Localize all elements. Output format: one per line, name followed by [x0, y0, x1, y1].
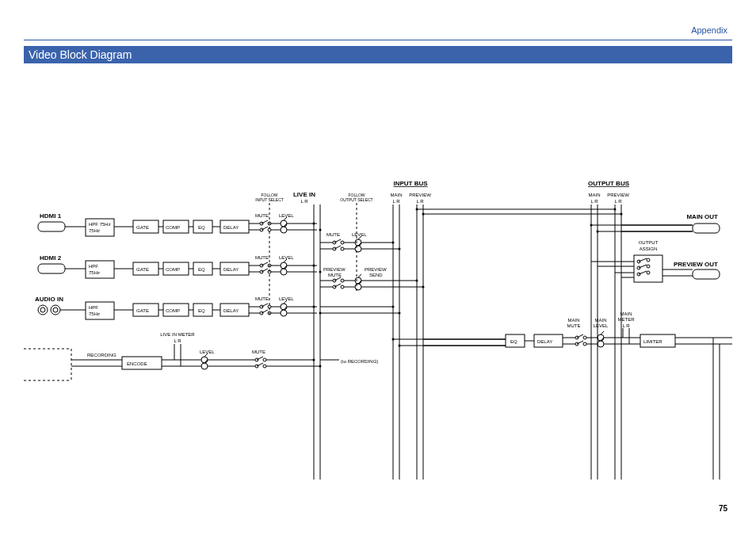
svg-point-59: [281, 262, 287, 269]
label-livein: LIVE IN: [293, 191, 315, 198]
svg-line-221: [601, 331, 604, 334]
appendix-label: Appendix: [691, 25, 727, 35]
main-eq: EQ: [510, 339, 517, 344]
svg-text:GATE: GATE: [136, 308, 149, 313]
svg-point-220: [598, 334, 604, 341]
svg-point-164: [422, 286, 425, 289]
delay-1: DELAY: [223, 225, 239, 230]
comp-1: COMP: [166, 225, 180, 230]
svg-point-179: [201, 357, 208, 363]
svg-text:ASSIGN: ASSIGN: [640, 246, 658, 251]
svg-point-162: [399, 248, 401, 250]
channel-hdmi2: HPF75Hz GATE COMP EQ DELAY MUTE LEVEL: [65, 255, 317, 278]
svg-point-246: [614, 208, 617, 211]
svg-point-107: [319, 271, 322, 273]
svg-point-115: [341, 241, 344, 244]
svg-text:PREVIEW: PREVIEW: [365, 267, 387, 272]
svg-point-165: [392, 306, 395, 308]
gate-1: GATE: [136, 225, 149, 230]
svg-point-1: [40, 308, 45, 312]
label-inputbus: INPUT BUS: [393, 180, 428, 187]
svg-text:MUTE: MUTE: [255, 255, 269, 260]
recording-row: RECORDING ENCODE LIVE IN METER L R LEVEL…: [24, 332, 378, 380]
svg-point-104: [313, 223, 315, 225]
svg-text:75Hz: 75Hz: [89, 228, 100, 233]
svg-point-118: [341, 247, 344, 250]
livebus-mute-level: MUTE LEVEL PREVIEWMUTE PREVIEWSEND: [320, 232, 423, 313]
svg-text:PREVIEW: PREVIEW: [323, 267, 346, 272]
svg-text:MUTE: MUTE: [326, 232, 340, 237]
diagram-svg: HDMI 1 HDMI 2 AUDIO IN HPF 75Hz 75Hz: [24, 79, 732, 480]
svg-text:L   R: L R: [614, 199, 622, 204]
svg-text:HPF: HPF: [89, 305, 98, 310]
svg-point-247: [620, 213, 623, 216]
port-hdmi1: [38, 222, 65, 231]
svg-text:OUTPUT SELECT: OUTPUT SELECT: [340, 197, 372, 202]
svg-text:INPUT SELECT: INPUT SELECT: [255, 197, 284, 202]
svg-point-222: [598, 341, 604, 347]
main-chain: EQ DELAY MAINMUTE MAINLEVEL MAIN METER L…: [392, 311, 733, 347]
page-number: 75: [719, 504, 727, 513]
svg-point-244: [416, 208, 418, 211]
svg-point-181: [201, 363, 208, 369]
limiter-block: LIMITER: [643, 339, 662, 344]
svg-text:DELAY: DELAY: [223, 267, 239, 272]
svg-point-188: [263, 358, 266, 361]
svg-text:EQ: EQ: [198, 267, 205, 272]
svg-text:MAIN: MAIN: [595, 318, 607, 323]
svg-text:MUTE: MUTE: [252, 350, 265, 354]
svg-text:L   R: L R: [416, 199, 424, 204]
svg-text:LEVEL: LEVEL: [352, 232, 367, 237]
svg-point-124: [355, 246, 361, 252]
label-liveinmeter: LIVE IN METER: [160, 332, 195, 337]
main-delay: DELAY: [537, 339, 552, 344]
svg-text:COMP: COMP: [166, 308, 180, 313]
svg-text:L   R: L R: [590, 199, 598, 204]
svg-point-264: [647, 271, 650, 274]
svg-point-166: [399, 312, 401, 315]
svg-line-143: [358, 274, 361, 277]
channel-audioin: HPF75Hz GATE COMP EQ DELAY MUTE LEVEL: [60, 296, 317, 319]
label-mainout: MAIN OUT: [686, 213, 718, 220]
svg-point-25: [281, 220, 287, 227]
port-previewout: [693, 269, 720, 279]
svg-point-191: [263, 365, 266, 368]
svg-point-95: [281, 310, 287, 316]
svg-text:DELAY: DELAY: [223, 308, 239, 313]
svg-text:PREVIEW: PREVIEW: [607, 193, 629, 197]
port-mainout: [693, 224, 720, 233]
svg-point-194: [313, 359, 315, 361]
svg-point-258: [647, 258, 650, 262]
svg-point-137: [341, 285, 344, 289]
svg-point-195: [319, 365, 322, 368]
svg-text:SEND: SEND: [369, 273, 383, 277]
svg-point-105: [319, 229, 322, 231]
title-bar: Video Block Diagram: [24, 46, 732, 63]
svg-text:MUTE: MUTE: [328, 273, 342, 277]
output-section: MAIN OUT OUTPUT ASSIGN PREVIEW OUT: [590, 213, 720, 282]
svg-text:MAIN: MAIN: [589, 193, 601, 197]
svg-text:L  R: L R: [622, 323, 630, 328]
label-torecording: (to RECORDING): [341, 359, 378, 364]
svg-text:75Hz: 75Hz: [89, 270, 100, 275]
svg-text:L  R: L R: [174, 338, 181, 343]
svg-text:METER: METER: [618, 317, 636, 322]
svg-point-212: [583, 336, 586, 339]
label-recording: RECORDING: [87, 353, 116, 357]
svg-point-122: [355, 239, 361, 246]
svg-point-163: [416, 280, 418, 282]
svg-text:MUTE: MUTE: [255, 296, 269, 301]
hpf-1: HPF 75Hz: [89, 222, 111, 227]
svg-text:MUTE: MUTE: [567, 323, 581, 328]
svg-point-61: [281, 269, 287, 275]
svg-point-215: [583, 342, 586, 346]
svg-text:PREVIEW: PREVIEW: [409, 193, 431, 197]
svg-point-134: [341, 279, 344, 282]
encode-block: ENCODE: [127, 361, 147, 366]
label-hdmi2: HDMI 2: [40, 254, 62, 262]
block-diagram: HDMI 1 HDMI 2 AUDIO IN HPF 75Hz 75Hz: [24, 79, 732, 480]
svg-point-161: [392, 242, 395, 244]
port-audioin: [38, 305, 60, 315]
svg-point-144: [355, 284, 361, 290]
svg-point-106: [313, 265, 315, 267]
